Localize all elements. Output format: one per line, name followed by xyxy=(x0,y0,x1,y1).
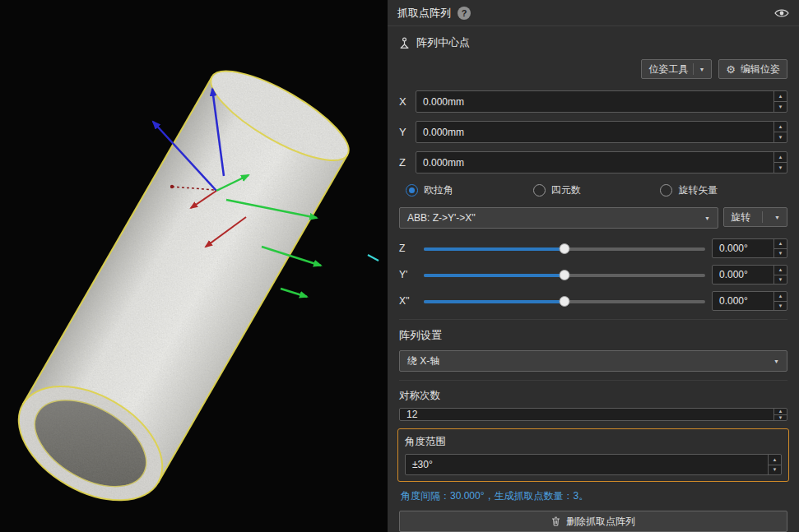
radio-quaternion[interactable]: 四元数 xyxy=(533,183,661,197)
panel-content: 阵列中心点 位姿工具 ▼ ⚙ 编辑位姿 X 0.000mm ▲▼ xyxy=(388,26,799,532)
slider-z-spinner: ▲▼ xyxy=(773,239,787,257)
chevron-down-icon: ▼ xyxy=(704,215,710,221)
slider-y-label: Y' xyxy=(399,269,417,280)
radio-circle xyxy=(660,184,672,197)
symmetry-count-spinner: ▲▼ xyxy=(773,409,787,420)
grasp-array-panel: 抓取点阵列 ? 阵列中心点 位姿工具 xyxy=(388,0,799,532)
array-settings-title: 阵列设置 xyxy=(399,319,787,343)
spin-down-icon[interactable]: ▼ xyxy=(774,249,787,258)
symmetry-count-input[interactable]: 12 ▲▼ xyxy=(399,408,787,421)
slider-z-label: Z xyxy=(399,243,417,254)
slider-x-value: 0.000° xyxy=(719,295,773,307)
spin-up-icon[interactable]: ▲ xyxy=(774,266,787,275)
panel-title: 抓取点阵列 xyxy=(397,6,451,21)
radio-circle xyxy=(406,184,418,197)
angle-range-input[interactable]: ±30° ▲▼ xyxy=(405,454,782,475)
coord-x-value: 0.000mm xyxy=(423,96,773,108)
coord-y-input[interactable]: 0.000mm ▲▼ xyxy=(416,121,787,143)
button-divider xyxy=(762,211,763,223)
radio-euler[interactable]: 欧拉角 xyxy=(406,183,533,197)
coord-x-input[interactable]: 0.000mm ▲▼ xyxy=(416,90,787,113)
slider-y-value-input[interactable]: 0.000° ▲▼ xyxy=(712,265,787,285)
rotate-label: 旋转 xyxy=(731,210,750,224)
spin-down-icon[interactable]: ▼ xyxy=(774,132,787,142)
spin-up-icon[interactable]: ▲ xyxy=(774,91,787,102)
angle-range-value: ±30° xyxy=(412,459,768,470)
chevron-down-icon: ▼ xyxy=(699,67,704,72)
spin-down-icon[interactable]: ▼ xyxy=(774,163,787,173)
slider-row-x: X'' 0.000° ▲▼ xyxy=(399,291,787,311)
array-center-row: 阵列中心点 xyxy=(399,35,787,51)
spin-down-icon[interactable]: ▼ xyxy=(769,465,781,475)
spin-up-icon[interactable]: ▲ xyxy=(774,292,787,302)
delete-array-label: 删除抓取点阵列 xyxy=(566,515,635,529)
delete-array-button[interactable]: 删除抓取点阵列 xyxy=(399,511,787,532)
slider-x-thumb[interactable] xyxy=(560,296,570,307)
slider-y[interactable] xyxy=(424,268,705,282)
spin-up-icon[interactable]: ▲ xyxy=(774,409,787,415)
gear-icon: ⚙ xyxy=(726,64,736,75)
pointcloud-cylinder xyxy=(0,0,388,532)
section-divider xyxy=(399,380,787,381)
axis-select-value: 绕 X-轴 xyxy=(407,354,439,368)
slider-z[interactable] xyxy=(424,242,705,256)
spin-up-icon[interactable]: ▲ xyxy=(774,152,787,163)
slider-x-label: X'' xyxy=(399,295,417,307)
spin-up-icon[interactable]: ▲ xyxy=(774,122,787,132)
slider-row-z: Z 0.000° ▲▼ xyxy=(399,238,787,258)
radio-quaternion-label: 四元数 xyxy=(551,183,581,197)
slider-x[interactable] xyxy=(424,294,705,308)
slider-track-fill xyxy=(424,247,564,251)
rotation-mode-radios: 欧拉角 四元数 旋转矢量 xyxy=(399,183,787,197)
coord-z-spinner: ▲▼ xyxy=(773,152,787,173)
spin-down-icon[interactable]: ▼ xyxy=(774,275,787,285)
radio-rotation-vector-label: 旋转矢量 xyxy=(678,183,718,197)
radio-circle xyxy=(533,184,546,197)
slider-track-fill xyxy=(424,274,564,277)
trash-icon xyxy=(551,516,560,526)
coord-z-input[interactable]: 0.000mm ▲▼ xyxy=(416,151,787,173)
rotate-button[interactable]: 旋转 ▼ xyxy=(723,207,787,227)
spin-down-icon[interactable]: ▼ xyxy=(774,302,787,311)
array-center-label: 阵列中心点 xyxy=(416,35,470,50)
coord-y-value: 0.000mm xyxy=(423,127,773,138)
array-center-icon xyxy=(399,37,410,49)
coord-x-spinner: ▲▼ xyxy=(773,91,787,112)
convention-row: ABB: Z->Y'->X'' ▼ 旋转 ▼ xyxy=(399,207,787,229)
radio-rotation-vector[interactable]: 旋转矢量 xyxy=(660,183,787,197)
button-divider xyxy=(693,63,694,75)
axis-select[interactable]: 绕 X-轴 ▼ xyxy=(399,350,787,372)
slider-x-value-input[interactable]: 0.000° ▲▼ xyxy=(712,291,787,311)
angle-interval-hint: 角度间隔：30.000°，生成抓取点数量：3。 xyxy=(401,489,786,503)
slider-row-y: Y' 0.000° ▲▼ xyxy=(399,265,787,285)
slider-z-value: 0.000° xyxy=(719,243,773,254)
coord-row-z: Z 0.000mm ▲▼ xyxy=(399,151,787,173)
euler-convention-select[interactable]: ABB: Z->Y'->X'' ▼ xyxy=(399,207,718,229)
pose-button-row: 位姿工具 ▼ ⚙ 编辑位姿 xyxy=(399,59,787,79)
angle-range-label: 角度范围 xyxy=(405,435,782,449)
3d-viewport[interactable] xyxy=(0,0,388,532)
symmetry-count-label: 对称次数 xyxy=(399,389,787,403)
spin-down-icon[interactable]: ▼ xyxy=(774,415,787,421)
spin-down-icon[interactable]: ▼ xyxy=(774,102,787,112)
euler-convention-value: ABB: Z->Y'->X'' xyxy=(407,212,476,224)
coord-row-y: Y 0.000mm ▲▼ xyxy=(399,121,787,143)
radio-euler-label: 欧拉角 xyxy=(424,183,453,197)
slider-z-value-input[interactable]: 0.000° ▲▼ xyxy=(712,238,787,258)
help-icon[interactable]: ? xyxy=(458,7,471,20)
slider-track-fill xyxy=(424,300,564,303)
symmetry-count-value: 12 xyxy=(406,409,773,420)
slider-y-thumb[interactable] xyxy=(560,270,570,280)
pose-tools-button[interactable]: 位姿工具 ▼ xyxy=(641,59,712,79)
visibility-eye-icon[interactable] xyxy=(774,8,789,18)
slider-z-thumb[interactable] xyxy=(560,243,570,254)
slider-y-value: 0.000° xyxy=(719,269,773,280)
spin-up-icon[interactable]: ▲ xyxy=(774,239,787,249)
edit-pose-label: 编辑位姿 xyxy=(741,62,780,76)
edit-pose-button[interactable]: ⚙ 编辑位姿 xyxy=(718,59,787,79)
coord-z-label: Z xyxy=(399,156,416,169)
coord-y-spinner: ▲▼ xyxy=(773,122,787,142)
coord-row-x: X 0.000mm ▲▼ xyxy=(399,90,787,113)
app-window: 抓取点阵列 ? 阵列中心点 位姿工具 xyxy=(0,0,799,532)
spin-up-icon[interactable]: ▲ xyxy=(769,455,781,465)
